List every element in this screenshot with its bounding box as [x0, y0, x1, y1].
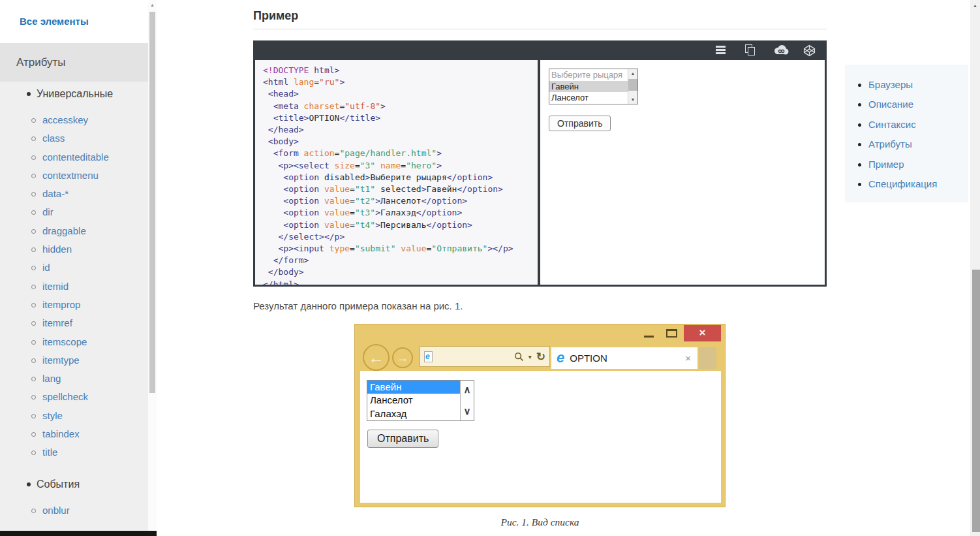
sidebar-item-contenteditable[interactable]: contenteditable [42, 151, 109, 163]
sidebar-scrollbar-thumb[interactable] [149, 12, 155, 393]
forward-button[interactable]: → [392, 347, 413, 368]
close-button[interactable]: × [684, 325, 721, 341]
sidebar-item-spellcheck[interactable]: spellcheck [42, 391, 88, 402]
list-item: class [0, 129, 148, 148]
address-bar[interactable]: e ▾ ↻ [420, 346, 550, 367]
list-item: contextmenu [0, 166, 148, 185]
maximize-button[interactable] [666, 329, 677, 338]
toc-link-Описание[interactable]: Описание [868, 99, 913, 110]
list-item: Пример [868, 155, 968, 174]
code-line: <option value="t3">Галахэд</option> [263, 207, 538, 219]
sidebar-group-universal: Универсальные [0, 86, 148, 102]
list-icon[interactable] [713, 44, 727, 56]
sidebar-scroll-up-icon[interactable]: ▲ [148, 0, 157, 7]
preview-select-listbox[interactable]: Выберите рыцаряГавейнЛанселот ▲ ▼ [549, 69, 638, 104]
select-option[interactable]: Ланселот [367, 394, 460, 407]
page-scrollbar-thumb[interactable] [972, 270, 980, 532]
sidebar-item-itemprop[interactable]: itemprop [42, 299, 80, 310]
sidebar-attributes-label: Атрибуты [16, 56, 66, 69]
toc-link-Атрибуты[interactable]: Атрибуты [868, 138, 912, 150]
new-tab-button[interactable] [699, 347, 716, 369]
code-example-block: <!DOCTYPE html><html lang="ru"> <head> <… [253, 40, 827, 287]
list-item: onblur [0, 501, 148, 520]
list-item: hidden [0, 240, 148, 259]
list-item: Браузеры [868, 75, 968, 95]
list-item: id [0, 259, 148, 277]
preview-select-options: Выберите рыцаряГавейнЛанселот [549, 69, 628, 104]
preview-submit-button[interactable]: Отправить [549, 116, 611, 131]
list-item: itemtype [0, 351, 148, 370]
page-title: Пример [253, 9, 298, 23]
sidebar-item-itemid[interactable]: itemid [42, 281, 69, 292]
list-item: itemprop [0, 296, 148, 314]
result-text: Результат данного примера показан на рис… [253, 300, 463, 311]
sidebar-item-itemscope[interactable]: itemscope [42, 336, 87, 347]
list-item: style [0, 407, 148, 425]
jsfiddle-cloud-icon[interactable] [773, 44, 788, 56]
code-line: <p><input type="submit" value="Отправить… [263, 243, 538, 255]
figure-submit-button[interactable]: Отправить [367, 430, 438, 448]
search-dropdown-icon[interactable]: ▾ [528, 353, 532, 360]
sidebar-attributes-header[interactable]: Атрибуты [0, 43, 157, 82]
chevron-up-icon[interactable]: ∧ [461, 381, 474, 399]
select-option[interactable]: Гавейн [549, 81, 628, 93]
code-line: <body> [263, 136, 538, 148]
page-scrollbar[interactable]: ▲ [970, 0, 980, 536]
sidebar-link-all-elements[interactable]: Все элементы [20, 16, 89, 27]
sidebar-item-title[interactable]: title [42, 447, 57, 458]
list-item: contenteditable [0, 148, 148, 166]
code-example-body: <!DOCTYPE html><html lang="ru"> <head> <… [253, 60, 827, 287]
browser-tab[interactable]: e OPTION × [551, 347, 697, 369]
page-scroll-up-icon[interactable]: ▲ [970, 0, 980, 8]
refresh-icon[interactable]: ↻ [536, 350, 545, 364]
code-line: <option value="t2">Ланселот</option> [263, 195, 538, 207]
preview-scroll-thumb[interactable] [628, 79, 637, 91]
toc-link-Спецификация[interactable]: Спецификация [868, 178, 937, 189]
select-option[interactable]: Выберите рыцаря [549, 69, 628, 81]
code-line: <head> [263, 88, 538, 100]
preview-scroll-track[interactable] [628, 78, 637, 95]
code-line: <p><select size="3" name="hero"> [263, 160, 538, 172]
sidebar-item-draggable[interactable]: draggable [42, 225, 86, 236]
preview-select-scrollbar[interactable]: ▲ ▼ [628, 69, 637, 104]
sidebar-item-onblur[interactable]: onblur [42, 505, 70, 516]
sidebar-item-itemtype[interactable]: itemtype [42, 355, 80, 366]
code-line: </head> [263, 124, 538, 136]
sidebar-item-class[interactable]: class [42, 133, 65, 144]
sidebar-item-tabindex[interactable]: tabindex [42, 428, 80, 439]
toc-link-Пример[interactable]: Пример [868, 159, 904, 170]
minimize-button[interactable] [644, 336, 654, 338]
search-icon[interactable] [514, 352, 524, 362]
figure-select-options: ГавейнЛанселотГалахэд [367, 381, 460, 420]
figure-select-scrollbar[interactable]: ∧ ∨ [460, 381, 474, 420]
list-item: itemscope [0, 333, 148, 351]
sidebar-item-style[interactable]: style [42, 410, 63, 421]
sidebar-nav-list: Универсальные accesskeyclasscontentedita… [0, 86, 148, 534]
sidebar-scrollbar[interactable]: ▲ [148, 0, 157, 531]
sidebar-item-hidden[interactable]: hidden [42, 244, 72, 255]
select-option[interactable]: Гавейн [367, 381, 460, 394]
codepen-icon[interactable] [803, 44, 818, 56]
toc-link-Браузеры[interactable]: Браузеры [868, 79, 913, 90]
back-button[interactable]: ← [363, 344, 390, 371]
sidebar-item-itemref[interactable]: itemref [42, 317, 72, 328]
example-preview-pane: Выберите рыцаряГавейнЛанселот ▲ ▼ Отправ… [540, 60, 825, 285]
chevron-down-icon[interactable]: ∨ [461, 402, 474, 420]
sidebar-item-lang[interactable]: lang [42, 373, 61, 384]
sidebar-item-dir[interactable]: dir [42, 206, 54, 217]
scroll-down-icon[interactable]: ▼ [628, 95, 637, 104]
sidebar-item-data-*[interactable]: data-* [42, 188, 69, 199]
figure-select-listbox[interactable]: ГавейнЛанселотГалахэд ∧ ∨ [367, 380, 474, 421]
toc-link-Синтаксис[interactable]: Синтаксис [868, 119, 916, 130]
select-option[interactable]: Ланселот [549, 92, 628, 104]
sidebar-item-contextmenu[interactable]: contextmenu [42, 170, 99, 181]
scroll-up-icon[interactable]: ▲ [628, 69, 637, 78]
tab-close-icon[interactable]: × [685, 353, 691, 364]
sidebar-item-id[interactable]: id [42, 262, 50, 273]
select-option[interactable]: Галахэд [367, 407, 460, 420]
copy-icon[interactable] [743, 44, 758, 56]
toc-panel: БраузерыОписаниеСинтаксисАтрибутыПримерС… [845, 65, 968, 202]
sidebar-item-accesskey[interactable]: accesskey [42, 114, 88, 125]
list-item: dir [0, 203, 148, 221]
code-line: <title>OPTION</title> [263, 112, 538, 124]
